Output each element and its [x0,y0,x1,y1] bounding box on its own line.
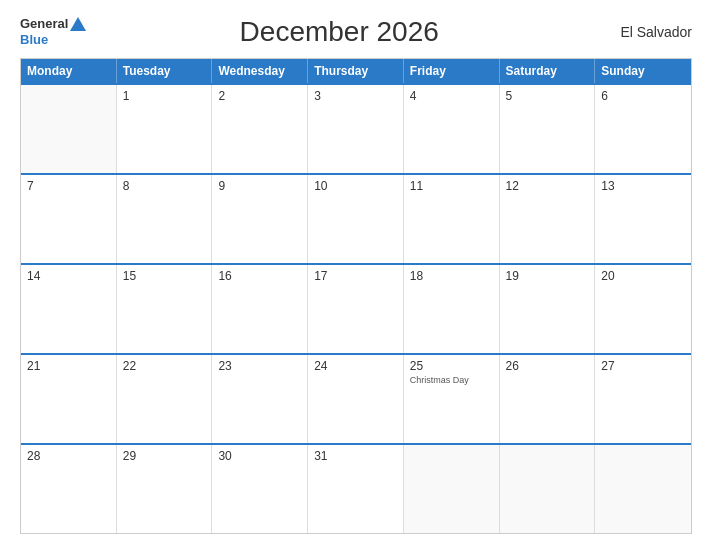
col-saturday: Saturday [500,59,596,83]
cell-dec-26: 26 [500,355,596,443]
cell-empty-1 [21,85,117,173]
cell-dec-8: 8 [117,175,213,263]
calendar: Monday Tuesday Wednesday Thursday Friday… [20,58,692,534]
week-1: 1 2 3 4 5 6 [21,83,691,173]
country-label: El Salvador [592,24,692,40]
week-2: 7 8 9 10 11 12 13 [21,173,691,263]
cell-dec-13: 13 [595,175,691,263]
logo-blue-text: Blue [20,32,86,48]
cell-dec-15: 15 [117,265,213,353]
logo-triangle-icon [70,17,86,31]
cell-dec-23: 23 [212,355,308,443]
cell-dec-30: 30 [212,445,308,533]
calendar-header: Monday Tuesday Wednesday Thursday Friday… [21,59,691,83]
cell-dec-27: 27 [595,355,691,443]
cell-dec-28: 28 [21,445,117,533]
cell-dec-2: 2 [212,85,308,173]
cell-dec-14: 14 [21,265,117,353]
cell-dec-16: 16 [212,265,308,353]
logo-general-text: General [20,16,68,32]
cell-dec-31: 31 [308,445,404,533]
col-monday: Monday [21,59,117,83]
cell-dec-6: 6 [595,85,691,173]
cell-dec-3: 3 [308,85,404,173]
week-4: 21 22 23 24 25 Christmas Day 26 27 [21,353,691,443]
cell-dec-25: 25 Christmas Day [404,355,500,443]
week-3: 14 15 16 17 18 19 20 [21,263,691,353]
col-thursday: Thursday [308,59,404,83]
cell-dec-7: 7 [21,175,117,263]
cell-dec-4: 4 [404,85,500,173]
cell-dec-19: 19 [500,265,596,353]
col-friday: Friday [404,59,500,83]
header: General Blue December 2026 El Salvador [20,16,692,48]
cell-dec-12: 12 [500,175,596,263]
cell-dec-29: 29 [117,445,213,533]
calendar-title: December 2026 [86,16,592,48]
cell-dec-5: 5 [500,85,596,173]
cell-dec-21: 21 [21,355,117,443]
cell-dec-24: 24 [308,355,404,443]
cell-dec-17: 17 [308,265,404,353]
col-wednesday: Wednesday [212,59,308,83]
cell-dec-22: 22 [117,355,213,443]
cell-empty-2 [404,445,500,533]
logo: General Blue [20,16,86,47]
christmas-day-label: Christmas Day [410,375,493,386]
col-sunday: Sunday [595,59,691,83]
cell-dec-10: 10 [308,175,404,263]
week-5: 28 29 30 31 [21,443,691,533]
cell-empty-4 [595,445,691,533]
cell-dec-9: 9 [212,175,308,263]
calendar-body: 1 2 3 4 5 6 7 8 9 10 11 12 13 14 15 16 [21,83,691,533]
cell-dec-18: 18 [404,265,500,353]
cell-dec-11: 11 [404,175,500,263]
cell-empty-3 [500,445,596,533]
cell-dec-1: 1 [117,85,213,173]
cell-dec-20: 20 [595,265,691,353]
col-tuesday: Tuesday [117,59,213,83]
page: General Blue December 2026 El Salvador M… [0,0,712,550]
